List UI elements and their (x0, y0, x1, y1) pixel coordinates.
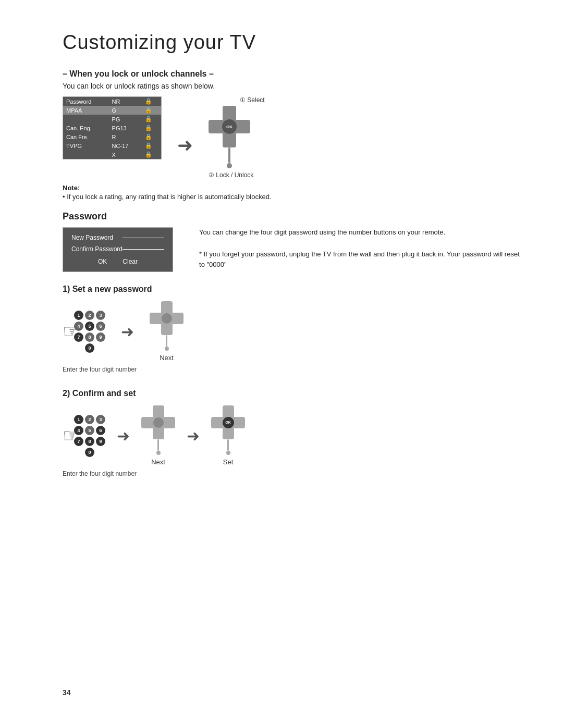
set-label: Set (223, 458, 234, 466)
lock-section-layout: PasswordNR🔒 MPAAG🔒 PG🔒 Can. Eng.PG13🔒 Ca… (63, 96, 521, 179)
stick-step2b (227, 439, 229, 451)
key-9b: 9 (96, 437, 105, 446)
note-title: Note: (63, 184, 521, 192)
confirm-password-input (123, 249, 164, 250)
step1-heading: 1) Set a new password (63, 285, 521, 294)
lock-section-subtitle: You can lock or unlock ratings as shown … (63, 82, 521, 90)
keypad-hand-1: ☞ 1 2 3 4 5 6 7 8 9 0 (63, 311, 105, 353)
table-row: Can. Eng.PG13🔒 (63, 124, 161, 132)
stick-step2a (157, 439, 159, 451)
keypad-hand-2: ☞ 1 2 3 4 5 6 7 8 9 0 (63, 415, 105, 457)
remote-next-2: Next (141, 405, 175, 466)
numpad-1: 1 2 3 4 5 6 7 8 9 0 (74, 311, 105, 353)
step1-caption: Enter the four digit number (63, 366, 521, 373)
select-label: ① Select (240, 96, 265, 104)
step2-arrow2: ➜ (187, 427, 200, 445)
step1-arrow: ➜ (121, 323, 134, 341)
step2-layout: ☞ 1 2 3 4 5 6 7 8 9 0 ➜ (63, 405, 521, 466)
ok-button[interactable]: OK (98, 258, 107, 265)
step1-layout: ☞ 1 2 3 4 5 6 7 8 9 0 ➜ (63, 301, 521, 362)
clear-button[interactable]: Clear (123, 258, 138, 265)
remote-set: OK Set (211, 405, 245, 466)
stick-step1 (166, 335, 167, 347)
key-7: 7 (74, 332, 83, 342)
password-layout: New Password Confirm Password OK Clear Y… (63, 227, 521, 272)
key-7b: 7 (74, 437, 83, 446)
dpad-remote-lock: OK (209, 106, 250, 168)
remote-diagram-lock: ① Select OK ② Lock / Unlock (209, 96, 265, 179)
page-number: 34 (63, 688, 71, 697)
table-row: X🔒 (63, 150, 161, 159)
small-remote-2 (141, 405, 175, 455)
stick-tip-step2a (156, 451, 161, 455)
key-3: 3 (96, 311, 105, 320)
step2-arrow1: ➜ (117, 427, 130, 445)
password-buttons: OK Clear (71, 258, 164, 265)
key-2b: 2 (85, 415, 94, 424)
small-remote-1 (150, 301, 183, 351)
note-text: • If you lock a rating, any rating that … (63, 193, 521, 201)
dpad-step1 (150, 301, 183, 335)
password-row2: Confirm Password (71, 245, 164, 253)
key-5b: 5 (85, 426, 94, 435)
key-8b: 8 (85, 437, 94, 446)
next-label-2: Next (151, 458, 165, 466)
new-password-label: New Password (71, 234, 113, 241)
password-heading: Password (63, 211, 521, 222)
remote-next-1: Next (150, 301, 183, 362)
step1-section: 1) Set a new password ☞ 1 2 3 4 5 6 7 8 … (63, 285, 521, 373)
dpad-step2a (141, 405, 175, 439)
key-6: 6 (96, 322, 105, 331)
ratings-table: PasswordNR🔒 MPAAG🔒 PG🔒 Can. Eng.PG13🔒 Ca… (63, 96, 162, 159)
key-0b: 0 (85, 448, 94, 457)
step2-section: 2) Confirm and set ☞ 1 2 3 4 5 6 7 8 9 0 (63, 389, 521, 477)
key-4b: 4 (74, 426, 83, 435)
new-password-input (123, 238, 164, 238)
lock-unlock-label: ② Lock / Unlock (209, 171, 253, 179)
password-description: You can change the four digit password u… (183, 227, 521, 270)
table-row: PG🔒 (63, 115, 161, 124)
arrow-icon: ➜ (177, 134, 193, 156)
key-6b: 6 (96, 426, 105, 435)
key-3b: 3 (96, 415, 105, 424)
table-row: MPAAG🔒 (63, 106, 161, 115)
password-desc2: * If you forget your password, unplug th… (199, 249, 521, 271)
key-8: 8 (85, 332, 94, 342)
stick-tip-step2b (226, 451, 230, 455)
table-row: Can Fre.R🔒 (63, 132, 161, 141)
note-box: Note: • If you lock a rating, any rating… (63, 184, 521, 201)
next-label-1: Next (160, 354, 174, 362)
password-section: Password New Password Confirm Password O… (63, 211, 521, 272)
table-row: TVPGNC-17🔒 (63, 141, 161, 150)
password-desc1: You can change the four digit password u… (199, 227, 521, 238)
page-content: Customizing your TV – When you lock or u… (63, 31, 521, 477)
confirm-password-label: Confirm Password (71, 245, 123, 253)
password-row1: New Password (71, 234, 164, 241)
numpad-2: 1 2 3 4 5 6 7 8 9 0 (74, 415, 105, 457)
key-9: 9 (96, 332, 105, 342)
step2-heading: 2) Confirm and set (63, 389, 521, 398)
small-remote-set: OK (211, 405, 245, 455)
stick-tip-step1 (165, 347, 169, 351)
key-1: 1 (74, 311, 83, 320)
step2-caption: Enter the four digit number (63, 470, 521, 477)
lock-unlock-section: – When you lock or unlock channels – You… (63, 69, 521, 201)
key-4: 4 (74, 322, 83, 331)
key-2: 2 (85, 311, 94, 320)
key-5: 5 (85, 322, 94, 331)
dpad-step2b: OK (211, 405, 245, 439)
key-1b: 1 (74, 415, 83, 424)
lock-section-heading: – When you lock or unlock channels – (63, 69, 521, 79)
page-title: Customizing your TV (63, 31, 521, 54)
table-row: PasswordNR🔒 (63, 97, 161, 106)
password-screen: New Password Confirm Password OK Clear (63, 227, 173, 272)
key-0: 0 (85, 343, 94, 353)
